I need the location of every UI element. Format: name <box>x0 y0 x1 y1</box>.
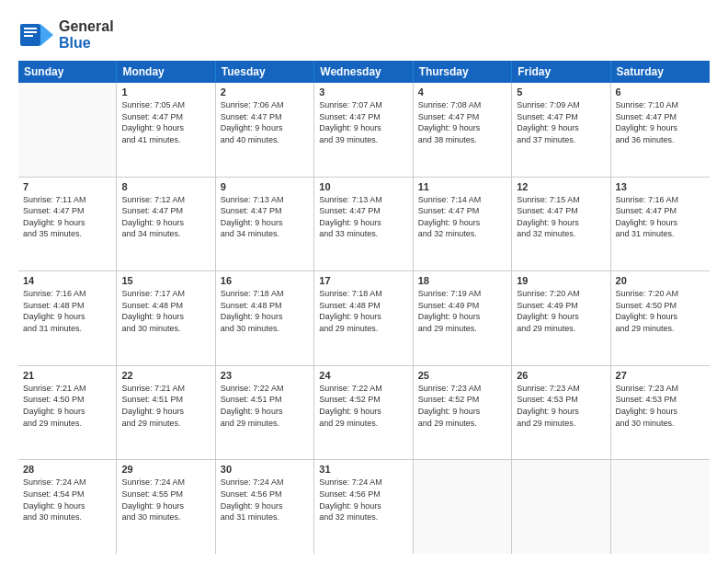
cell-info: Sunrise: 7:24 AM Sunset: 4:56 PM Dayligh… <box>319 477 407 523</box>
day-cell-16: 16Sunrise: 7:18 AM Sunset: 4:48 PM Dayli… <box>216 271 314 365</box>
cell-info: Sunrise: 7:21 AM Sunset: 4:51 PM Dayligh… <box>121 383 210 429</box>
cell-info: Sunrise: 7:24 AM Sunset: 4:54 PM Dayligh… <box>23 477 111 523</box>
cell-info: Sunrise: 7:11 AM Sunset: 4:47 PM Dayligh… <box>23 194 111 240</box>
empty-cell-0-0 <box>18 83 117 177</box>
cell-info: Sunrise: 7:16 AM Sunset: 4:48 PM Dayligh… <box>23 288 111 334</box>
cell-info: Sunrise: 7:18 AM Sunset: 4:48 PM Dayligh… <box>319 288 407 334</box>
day-cell-12: 12Sunrise: 7:15 AM Sunset: 4:47 PM Dayli… <box>512 178 610 271</box>
day-cell-18: 18Sunrise: 7:19 AM Sunset: 4:49 PM Dayli… <box>414 271 512 365</box>
day-number: 26 <box>517 370 605 381</box>
cell-info: Sunrise: 7:18 AM Sunset: 4:48 PM Dayligh… <box>221 288 309 334</box>
cell-info: Sunrise: 7:06 AM Sunset: 4:47 PM Dayligh… <box>221 99 309 145</box>
day-cell-7: 7Sunrise: 7:11 AM Sunset: 4:47 PM Daylig… <box>18 178 117 271</box>
day-cell-21: 21Sunrise: 7:21 AM Sunset: 4:50 PM Dayli… <box>18 366 117 460</box>
page: General Blue SundayMondayTuesdayWednesda… <box>0 0 728 563</box>
day-number: 27 <box>616 370 705 381</box>
day-cell-26: 26Sunrise: 7:23 AM Sunset: 4:53 PM Dayli… <box>512 366 610 460</box>
cell-info: Sunrise: 7:13 AM Sunset: 4:47 PM Dayligh… <box>221 194 309 240</box>
day-cell-15: 15Sunrise: 7:17 AM Sunset: 4:48 PM Dayli… <box>117 271 215 365</box>
day-number: 7 <box>23 181 111 192</box>
header: General Blue <box>18 17 710 53</box>
day-cell-6: 6Sunrise: 7:10 AM Sunset: 4:47 PM Daylig… <box>611 83 710 177</box>
cell-info: Sunrise: 7:20 AM Sunset: 4:49 PM Dayligh… <box>517 288 605 334</box>
day-cell-25: 25Sunrise: 7:23 AM Sunset: 4:52 PM Dayli… <box>414 366 512 460</box>
day-cell-10: 10Sunrise: 7:13 AM Sunset: 4:47 PM Dayli… <box>314 178 413 271</box>
day-number: 25 <box>418 370 506 381</box>
day-number: 22 <box>121 370 210 381</box>
day-number: 12 <box>517 181 605 192</box>
day-number: 30 <box>221 464 309 475</box>
calendar-row-3: 21Sunrise: 7:21 AM Sunset: 4:50 PM Dayli… <box>18 366 710 461</box>
day-number: 13 <box>616 181 705 192</box>
day-cell-29: 29Sunrise: 7:24 AM Sunset: 4:55 PM Dayli… <box>117 460 215 554</box>
logo: General Blue <box>18 17 114 53</box>
day-number: 16 <box>221 275 309 286</box>
cell-info: Sunrise: 7:09 AM Sunset: 4:47 PM Dayligh… <box>517 99 605 145</box>
calendar-row-4: 28Sunrise: 7:24 AM Sunset: 4:54 PM Dayli… <box>18 460 710 554</box>
day-cell-13: 13Sunrise: 7:16 AM Sunset: 4:47 PM Dayli… <box>611 178 710 271</box>
day-number: 24 <box>319 370 407 381</box>
cell-info: Sunrise: 7:20 AM Sunset: 4:50 PM Dayligh… <box>616 288 705 334</box>
day-number: 28 <box>23 464 111 475</box>
day-number: 18 <box>418 275 506 286</box>
day-number: 29 <box>121 464 210 475</box>
calendar-row-1: 7Sunrise: 7:11 AM Sunset: 4:47 PM Daylig… <box>18 178 710 272</box>
empty-cell-4-4 <box>414 460 512 554</box>
day-number: 19 <box>517 275 605 286</box>
day-number: 21 <box>23 370 111 381</box>
day-cell-1: 1Sunrise: 7:05 AM Sunset: 4:47 PM Daylig… <box>117 83 215 177</box>
cell-info: Sunrise: 7:24 AM Sunset: 4:56 PM Dayligh… <box>221 477 309 523</box>
logo-icon <box>18 17 55 53</box>
cell-info: Sunrise: 7:05 AM Sunset: 4:47 PM Dayligh… <box>121 99 210 145</box>
cell-info: Sunrise: 7:13 AM Sunset: 4:47 PM Dayligh… <box>319 194 407 240</box>
day-cell-30: 30Sunrise: 7:24 AM Sunset: 4:56 PM Dayli… <box>216 460 314 554</box>
day-cell-5: 5Sunrise: 7:09 AM Sunset: 4:47 PM Daylig… <box>512 83 610 177</box>
weekday-header-wednesday: Wednesday <box>314 61 413 83</box>
cell-info: Sunrise: 7:12 AM Sunset: 4:47 PM Dayligh… <box>121 194 210 240</box>
day-cell-9: 9Sunrise: 7:13 AM Sunset: 4:47 PM Daylig… <box>216 178 314 271</box>
day-cell-8: 8Sunrise: 7:12 AM Sunset: 4:47 PM Daylig… <box>117 178 215 271</box>
day-cell-11: 11Sunrise: 7:14 AM Sunset: 4:47 PM Dayli… <box>414 178 512 271</box>
svg-rect-4 <box>24 35 33 37</box>
cell-info: Sunrise: 7:19 AM Sunset: 4:49 PM Dayligh… <box>418 288 506 334</box>
cell-info: Sunrise: 7:08 AM Sunset: 4:47 PM Dayligh… <box>418 99 506 145</box>
day-cell-23: 23Sunrise: 7:22 AM Sunset: 4:51 PM Dayli… <box>216 366 314 460</box>
cell-info: Sunrise: 7:23 AM Sunset: 4:53 PM Dayligh… <box>616 383 705 429</box>
empty-cell-4-5 <box>512 460 610 554</box>
weekday-header-saturday: Saturday <box>611 61 710 83</box>
day-number: 4 <box>418 86 506 98</box>
weekday-header-sunday: Sunday <box>18 61 117 83</box>
day-number: 6 <box>616 86 705 98</box>
day-number: 8 <box>121 181 210 192</box>
day-number: 10 <box>319 181 407 192</box>
day-cell-28: 28Sunrise: 7:24 AM Sunset: 4:54 PM Dayli… <box>18 460 117 554</box>
cell-info: Sunrise: 7:15 AM Sunset: 4:47 PM Dayligh… <box>517 194 605 240</box>
weekday-header-thursday: Thursday <box>414 61 512 83</box>
day-cell-19: 19Sunrise: 7:20 AM Sunset: 4:49 PM Dayli… <box>512 271 610 365</box>
svg-rect-2 <box>24 28 37 29</box>
svg-marker-1 <box>40 24 53 46</box>
cell-info: Sunrise: 7:14 AM Sunset: 4:47 PM Dayligh… <box>418 194 506 240</box>
day-number: 9 <box>221 181 309 192</box>
day-cell-3: 3Sunrise: 7:07 AM Sunset: 4:47 PM Daylig… <box>314 83 413 177</box>
calendar-header: SundayMondayTuesdayWednesdayThursdayFrid… <box>18 61 710 83</box>
cell-info: Sunrise: 7:23 AM Sunset: 4:52 PM Dayligh… <box>418 383 506 429</box>
logo-text: General Blue <box>59 18 114 52</box>
day-number: 20 <box>616 275 705 286</box>
day-cell-31: 31Sunrise: 7:24 AM Sunset: 4:56 PM Dayli… <box>314 460 413 554</box>
day-number: 15 <box>121 275 210 286</box>
day-number: 5 <box>517 86 605 98</box>
day-cell-20: 20Sunrise: 7:20 AM Sunset: 4:50 PM Dayli… <box>611 271 710 365</box>
day-cell-24: 24Sunrise: 7:22 AM Sunset: 4:52 PM Dayli… <box>314 366 413 460</box>
day-number: 1 <box>121 86 210 98</box>
cell-info: Sunrise: 7:22 AM Sunset: 4:52 PM Dayligh… <box>319 383 407 429</box>
cell-info: Sunrise: 7:16 AM Sunset: 4:47 PM Dayligh… <box>616 194 705 240</box>
cell-info: Sunrise: 7:07 AM Sunset: 4:47 PM Dayligh… <box>319 99 407 145</box>
cell-info: Sunrise: 7:22 AM Sunset: 4:51 PM Dayligh… <box>221 383 309 429</box>
svg-rect-3 <box>24 31 37 33</box>
day-cell-4: 4Sunrise: 7:08 AM Sunset: 4:47 PM Daylig… <box>414 83 512 177</box>
cell-info: Sunrise: 7:24 AM Sunset: 4:55 PM Dayligh… <box>121 477 210 523</box>
day-number: 2 <box>221 86 309 98</box>
cell-info: Sunrise: 7:21 AM Sunset: 4:50 PM Dayligh… <box>23 383 111 429</box>
day-number: 11 <box>418 181 506 192</box>
